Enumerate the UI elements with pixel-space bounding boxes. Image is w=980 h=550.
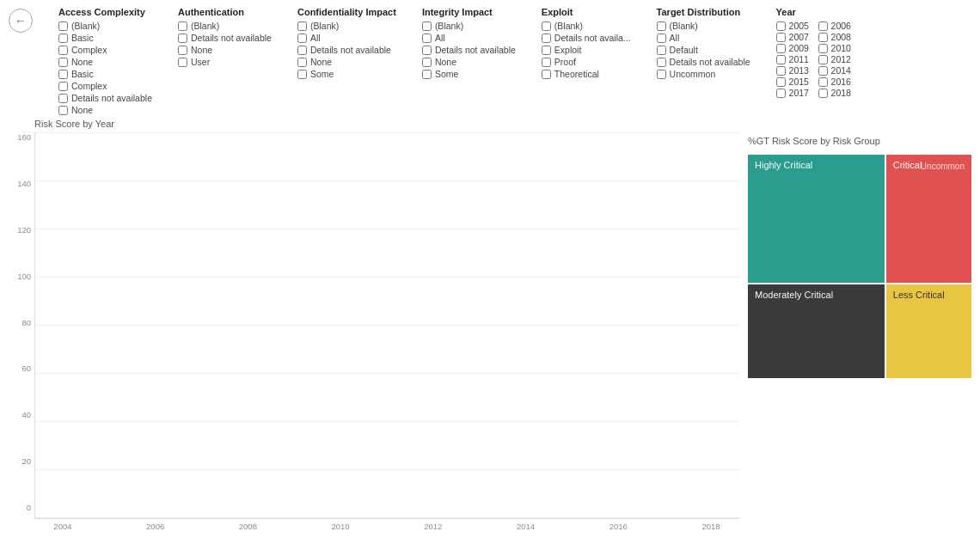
filter-authentication-title: Authentication [178, 7, 272, 17]
moderately-critical-label: Moderately Critical [755, 290, 833, 300]
treemap-critical[interactable]: Critical Uncommon [886, 155, 971, 283]
x-label-2015 [550, 522, 593, 531]
checkbox-basic-ac[interactable]: Basic [58, 33, 152, 43]
checkbox-some-ci[interactable]: Some [297, 69, 396, 79]
checkbox-blank-td[interactable]: (Blank) [657, 21, 750, 31]
checkbox-dna-ii[interactable]: Details not available [422, 45, 516, 55]
checkbox-2015[interactable]: 2015 [776, 76, 812, 87]
filter-confidentiality: Confidentiality Impact (Blank) All Detai… [297, 7, 396, 79]
treemap-less-critical[interactable]: Less Critical [886, 284, 971, 379]
filter-access-complexity: Access Complexity (Blank) Basic Complex … [58, 7, 152, 115]
filter-authentication: Authentication (Blank) Details not avail… [178, 7, 272, 67]
filter-target-distribution-title: Target Distribution [657, 7, 750, 17]
filter-exploit-title: Exploit [542, 7, 631, 17]
critical-label: Critical [893, 160, 922, 170]
bars-area [34, 132, 739, 519]
y-label-40: 40 [21, 410, 31, 419]
checkbox-blank-ex[interactable]: (Blank) [542, 21, 631, 31]
checkbox-dna-ci[interactable]: Details not available [297, 45, 396, 55]
y-label-160: 160 [17, 132, 31, 142]
bar-chart-container: 160 140 120 100 80 60 40 20 0 [9, 132, 739, 531]
filter-integrity-title: Integrity Impact [422, 7, 516, 17]
chart-inner: 20042006200820102012201420162018 [34, 132, 739, 531]
x-label-2007 [181, 522, 224, 531]
right-panel: %GT Risk Score by Risk Group Highly Crit… [748, 119, 971, 531]
checkbox-complex2-ac[interactable]: Complex [58, 81, 152, 91]
checkbox-uncommon-td[interactable]: Uncommon [657, 69, 750, 79]
x-label-2014: 2014 [505, 522, 548, 531]
filter-access-complexity-title: Access Complexity [58, 7, 152, 17]
checkbox-dna-td[interactable]: Details not available [657, 57, 750, 67]
checkbox-blank-ii[interactable]: (Blank) [422, 21, 516, 31]
checkbox-2017[interactable]: 2017 [776, 88, 812, 98]
x-label-2017 [643, 522, 686, 531]
checkbox-dna-auth[interactable]: Details not available [178, 33, 272, 43]
checkbox-all-ii[interactable]: All [422, 33, 516, 43]
treemap-right: Critical Uncommon Less Critical [886, 155, 971, 378]
checkbox-all-ci[interactable]: All [297, 33, 396, 43]
y-label-120: 120 [17, 225, 31, 235]
checkbox-default-td[interactable]: Default [657, 45, 750, 55]
back-button[interactable]: ← [9, 9, 33, 33]
y-label-60: 60 [21, 364, 31, 373]
y-label-140: 140 [17, 179, 31, 188]
checkbox-2014[interactable]: 2014 [818, 65, 854, 76]
checkbox-2008[interactable]: 2008 [818, 32, 854, 42]
checkbox-2010[interactable]: 2010 [818, 43, 854, 53]
checkbox-all-td[interactable]: All [657, 33, 750, 43]
treemap-title: %GT Risk Score by Risk Group [748, 136, 971, 146]
x-label-2013 [458, 522, 501, 531]
checkbox-exploit-ex[interactable]: Exploit [542, 45, 631, 55]
treemap-moderately-critical[interactable]: Moderately Critical [748, 284, 885, 379]
checkbox-proof-ex[interactable]: Proof [542, 57, 631, 67]
y-label-80: 80 [21, 318, 31, 327]
checkbox-none-ci[interactable]: None [297, 57, 396, 67]
x-label-2016: 2016 [597, 522, 640, 531]
checkbox-user-auth[interactable]: User [178, 57, 272, 67]
treemap: Highly Critical Moderately Critical Crit… [748, 155, 971, 378]
filter-year: Year 2005 2006 2007 2008 2009 2010 2011 … [776, 7, 854, 98]
checkbox-blank-ci[interactable]: (Blank) [297, 21, 396, 31]
checkbox-blank-auth[interactable]: (Blank) [178, 21, 272, 31]
checkbox-none-auth[interactable]: None [178, 45, 272, 55]
bar-chart-area: Risk Score by Year 160 140 120 100 80 60… [9, 119, 739, 531]
checkbox-2018[interactable]: 2018 [818, 88, 854, 98]
checkbox-blank-ac[interactable]: (Blank) [58, 21, 152, 31]
checkbox-2011[interactable]: 2011 [776, 54, 812, 64]
checkbox-dna-ac[interactable]: Details not available [58, 93, 152, 103]
bar-chart-title: Risk Score by Year [34, 119, 739, 129]
filter-target-distribution: Target Distribution (Blank) All Default … [657, 7, 750, 79]
x-label-2008: 2008 [226, 522, 269, 531]
checkbox-2009[interactable]: 2009 [776, 43, 812, 53]
x-axis: 20042006200820102012201420162018 [34, 519, 739, 531]
checkbox-basic2-ac[interactable]: Basic [58, 69, 152, 79]
x-label-2010: 2010 [319, 522, 362, 531]
checkbox-none2-ac[interactable]: None [58, 105, 152, 115]
treemap-left: Highly Critical Moderately Critical [748, 155, 885, 378]
checkbox-2006[interactable]: 2006 [818, 21, 854, 31]
x-label-2005 [88, 522, 131, 531]
checkbox-some-ii[interactable]: Some [422, 69, 516, 79]
checkbox-theoretical-ex[interactable]: Theoretical [542, 69, 631, 79]
checkbox-none-ii[interactable]: None [422, 57, 516, 67]
treemap-highly-critical[interactable]: Highly Critical [748, 155, 885, 283]
checkbox-2013[interactable]: 2013 [776, 65, 812, 76]
top-bar: ← Access Complexity (Blank) Basic Comple… [0, 0, 980, 119]
y-label-20: 20 [21, 456, 31, 466]
checkbox-none-ac[interactable]: None [58, 57, 152, 67]
x-label-2004: 2004 [41, 522, 84, 531]
checkbox-2007[interactable]: 2007 [776, 32, 812, 42]
y-label-0: 0 [27, 503, 31, 512]
checkbox-complex-ac[interactable]: Complex [58, 45, 152, 55]
filter-integrity: Integrity Impact (Blank) All Details not… [422, 7, 516, 79]
checkbox-2005[interactable]: 2005 [776, 21, 812, 31]
x-label-2012: 2012 [412, 522, 455, 531]
checkbox-2012[interactable]: 2012 [818, 54, 854, 64]
y-label-100: 100 [17, 272, 31, 281]
checkbox-dna-ex[interactable]: Details not availa... [542, 33, 631, 43]
filter-year-title: Year [776, 7, 854, 17]
x-label-2018: 2018 [689, 522, 732, 531]
bars-row [35, 132, 739, 518]
year-checkboxes: 2005 2006 2007 2008 2009 2010 2011 2012 … [776, 21, 854, 98]
checkbox-2016[interactable]: 2016 [818, 76, 854, 87]
